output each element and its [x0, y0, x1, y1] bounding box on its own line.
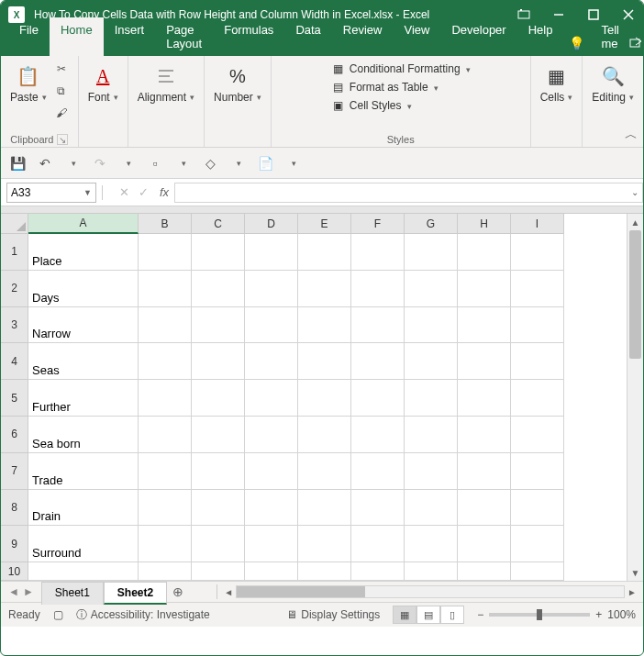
cell-G7[interactable]	[405, 453, 458, 490]
column-header-G[interactable]: G	[405, 214, 458, 234]
cell-F4[interactable]	[351, 343, 405, 380]
new-sheet-button[interactable]: ⊕	[167, 584, 189, 599]
cell-E1[interactable]	[298, 234, 351, 271]
qat-item-1-dd[interactable]	[173, 154, 192, 172]
cell-F2[interactable]	[351, 271, 405, 307]
cell-C9[interactable]	[192, 526, 245, 562]
tab-home[interactable]: Home	[50, 17, 104, 56]
cell-E2[interactable]	[298, 271, 351, 307]
cell-I4[interactable]	[511, 343, 564, 380]
row-header-5[interactable]: 5	[1, 380, 28, 417]
qat-item-2[interactable]: ◇	[201, 154, 219, 172]
fx-label[interactable]: fx	[160, 185, 169, 199]
font-button[interactable]: A Font	[86, 60, 120, 106]
tab-insert[interactable]: Insert	[104, 17, 156, 56]
cell-B1[interactable]	[139, 234, 192, 271]
cell-I9[interactable]	[511, 526, 564, 562]
tab-help[interactable]: Help	[517, 17, 564, 56]
cell-C2[interactable]	[192, 271, 245, 307]
cell-I3[interactable]	[511, 307, 564, 344]
cell-I10[interactable]	[511, 562, 564, 581]
format-painter-button[interactable]: 🖌	[52, 104, 71, 122]
cell-B7[interactable]	[139, 453, 192, 490]
tab-page-layout[interactable]: Page Layout	[155, 17, 213, 56]
select-all-corner[interactable]	[1, 214, 28, 234]
enter-formula-button[interactable]: ✓	[139, 185, 149, 199]
cell-F6[interactable]	[351, 417, 405, 453]
cell-E7[interactable]	[298, 453, 351, 490]
cell-H5[interactable]	[458, 380, 511, 417]
row-header-4[interactable]: 4	[1, 343, 28, 380]
name-box-dropdown-icon[interactable]: ▼	[83, 188, 92, 197]
normal-view-button[interactable]: ▦	[393, 606, 416, 624]
cell-D7[interactable]	[245, 453, 298, 490]
cell-F10[interactable]	[351, 562, 405, 581]
cell-B4[interactable]	[139, 343, 192, 380]
number-button[interactable]: % Number	[212, 60, 263, 106]
cell-C10[interactable]	[192, 562, 245, 581]
cell-F7[interactable]	[351, 453, 405, 490]
cell-A8[interactable]: Drain	[28, 490, 139, 527]
cell-B3[interactable]	[139, 307, 192, 344]
cell-I7[interactable]	[511, 453, 564, 490]
zoom-in-button[interactable]: +	[595, 608, 602, 621]
cell-G4[interactable]	[405, 343, 458, 380]
tab-view[interactable]: View	[393, 17, 440, 56]
cell-B10[interactable]	[139, 562, 192, 581]
cell-B2[interactable]	[139, 271, 192, 307]
scroll-left-button[interactable]: ◄	[221, 587, 236, 597]
tab-review[interactable]: Review	[332, 17, 394, 56]
row-header-8[interactable]: 8	[1, 490, 28, 527]
vertical-scrollbar[interactable]: ▲ ▼	[627, 214, 643, 581]
cell-I8[interactable]	[511, 490, 564, 527]
cell-F3[interactable]	[351, 307, 405, 344]
cell-E8[interactable]	[298, 490, 351, 527]
scroll-up-button[interactable]: ▲	[627, 214, 643, 230]
undo-dropdown[interactable]	[63, 154, 82, 172]
sheet-tab-sheet1[interactable]: Sheet1	[41, 582, 104, 605]
cell-B8[interactable]	[139, 490, 192, 527]
next-sheet-button[interactable]: ►	[23, 585, 34, 598]
qat-item-2-dd[interactable]	[228, 154, 247, 172]
clipboard-launcher[interactable]: ↘	[57, 134, 68, 145]
cells-area[interactable]: PlaceDaysNarrowSeasFurtherSea bornTradeD…	[28, 234, 564, 581]
cell-A5[interactable]: Further	[28, 380, 139, 417]
collapse-ribbon-button[interactable]: ︿	[625, 127, 638, 143]
cell-A10[interactable]	[28, 562, 139, 581]
row-header-6[interactable]: 6	[1, 417, 28, 453]
qat-customize[interactable]	[283, 154, 302, 172]
cell-G6[interactable]	[405, 417, 458, 453]
column-header-D[interactable]: D	[245, 214, 298, 234]
cell-G1[interactable]	[405, 234, 458, 271]
zoom-out-button[interactable]: −	[477, 608, 483, 621]
expand-formula-bar-button[interactable]: ⌄	[627, 183, 643, 203]
cell-H9[interactable]	[458, 526, 511, 562]
qat-item-1[interactable]: ▫	[146, 154, 164, 172]
macro-record-icon[interactable]: ▢	[53, 608, 63, 621]
cell-D9[interactable]	[245, 526, 298, 562]
cells-button[interactable]: ▦ Cells	[539, 60, 575, 106]
cell-F1[interactable]	[351, 234, 405, 271]
cell-I1[interactable]	[511, 234, 564, 271]
tab-formulas[interactable]: Formulas	[213, 17, 284, 56]
cut-button[interactable]: ✂	[52, 60, 71, 78]
cell-H7[interactable]	[458, 453, 511, 490]
cancel-formula-button[interactable]: ✕	[119, 185, 129, 199]
zoom-control[interactable]: − + 100%	[477, 608, 636, 621]
cell-G2[interactable]	[405, 271, 458, 307]
row-header-10[interactable]: 10	[1, 562, 28, 581]
cell-B9[interactable]	[139, 526, 192, 562]
column-header-E[interactable]: E	[298, 214, 351, 234]
row-header-9[interactable]: 9	[1, 526, 28, 562]
column-header-I[interactable]: I	[511, 214, 564, 234]
row-header-2[interactable]: 2	[1, 271, 28, 307]
column-header-F[interactable]: F	[351, 214, 405, 234]
zoom-slider[interactable]	[489, 613, 590, 617]
conditional-formatting-button[interactable]: ▦Conditional Formatting	[331, 61, 471, 76]
cell-styles-button[interactable]: ▣Cell Styles	[331, 98, 471, 113]
cell-H4[interactable]	[458, 343, 511, 380]
tab-file[interactable]: File	[8, 17, 50, 56]
lightbulb-icon[interactable]: 💡	[569, 36, 584, 50]
paste-button[interactable]: 📋 Paste	[8, 60, 49, 122]
cell-A4[interactable]: Seas	[28, 343, 139, 380]
